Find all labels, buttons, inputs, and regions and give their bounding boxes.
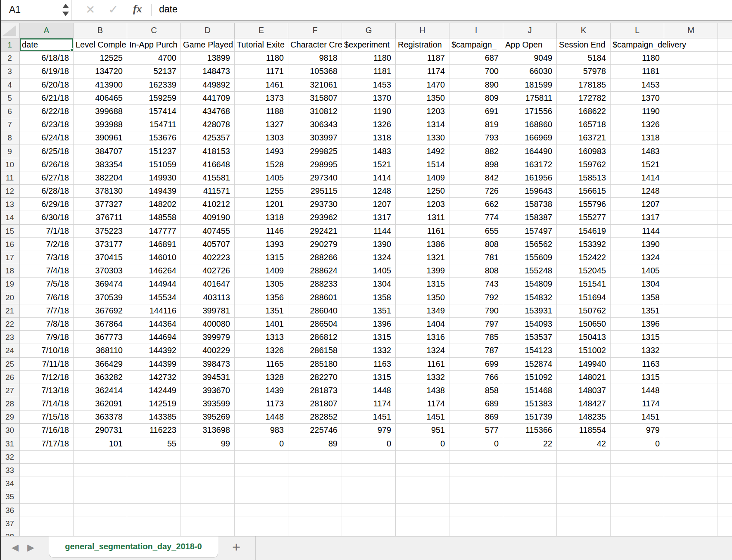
cell[interactable]: 1315 xyxy=(342,371,396,384)
cell[interactable]: 7/2/18 xyxy=(20,238,74,251)
cell[interactable]: 1174 xyxy=(611,397,664,411)
column-header-G[interactable]: G xyxy=(342,23,396,38)
cell[interactable] xyxy=(396,504,449,517)
cell[interactable] xyxy=(664,278,718,291)
cell[interactable] xyxy=(664,65,718,78)
cell[interactable]: App Open xyxy=(503,38,557,52)
cell[interactable]: Level Comple xyxy=(74,38,127,52)
cell[interactable] xyxy=(557,517,611,530)
cell[interactable]: 1171 xyxy=(235,65,288,78)
cell[interactable]: 362091 xyxy=(74,397,127,411)
cell[interactable]: 146264 xyxy=(127,264,181,278)
cell[interactable]: 416648 xyxy=(181,158,235,171)
cell[interactable]: 405707 xyxy=(181,238,235,251)
cell[interactable]: 7/8/18 xyxy=(20,318,74,331)
cell[interactable]: 1405 xyxy=(235,171,288,185)
cell[interactable]: 0 xyxy=(611,437,664,451)
cell[interactable]: 1326 xyxy=(342,118,396,131)
cell[interactable]: 6/26/18 xyxy=(20,158,74,171)
cell[interactable] xyxy=(664,411,718,424)
cell[interactable]: 315807 xyxy=(288,92,342,105)
row-header-22[interactable]: 22 xyxy=(0,318,20,331)
select-all-corner[interactable] xyxy=(0,23,20,38)
cell[interactable] xyxy=(235,451,288,464)
cell[interactable] xyxy=(127,517,181,530)
cell[interactable] xyxy=(449,504,503,517)
cell[interactable]: 161956 xyxy=(503,171,557,185)
cell[interactable]: 434768 xyxy=(181,105,235,118)
cell[interactable]: 1351 xyxy=(235,304,288,318)
cell[interactable]: 1451 xyxy=(342,411,396,424)
cell[interactable]: 1351 xyxy=(611,304,664,318)
cell[interactable]: 781 xyxy=(449,251,503,264)
cell[interactable] xyxy=(235,490,288,503)
cell[interactable] xyxy=(718,238,732,251)
cell[interactable] xyxy=(664,238,718,251)
column-header-B[interactable]: B xyxy=(74,23,127,38)
cell[interactable]: 52137 xyxy=(127,65,181,78)
cell[interactable]: 858 xyxy=(449,384,503,397)
cell[interactable]: 1311 xyxy=(396,211,449,224)
cell[interactable]: 151237 xyxy=(127,145,181,158)
cell[interactable]: 383354 xyxy=(74,158,127,171)
next-sheet-arrow-icon[interactable]: ▶ xyxy=(27,542,34,553)
cell[interactable] xyxy=(557,451,611,464)
cell[interactable] xyxy=(611,464,664,477)
cell[interactable]: 89 xyxy=(288,437,342,451)
cell[interactable]: 367864 xyxy=(74,318,127,331)
cell[interactable] xyxy=(127,530,181,536)
cell[interactable]: 1173 xyxy=(235,397,288,411)
cell[interactable]: 7/17/18 xyxy=(20,437,74,451)
cell[interactable]: 151694 xyxy=(557,291,611,304)
cell[interactable]: 1328 xyxy=(235,371,288,384)
cell[interactable]: 1492 xyxy=(396,145,449,158)
cell[interactable]: 303997 xyxy=(288,131,342,145)
cell[interactable]: 1180 xyxy=(611,52,664,65)
cell[interactable]: 1190 xyxy=(611,105,664,118)
cell[interactable]: 144944 xyxy=(127,278,181,291)
cell[interactable] xyxy=(718,145,732,158)
sheet-tab[interactable]: general_segmentation_day_2018-0 xyxy=(49,536,218,558)
cell[interactable] xyxy=(74,451,127,464)
cell[interactable]: 6/24/18 xyxy=(20,131,74,145)
cell[interactable]: 6/27/18 xyxy=(20,171,74,185)
cell[interactable]: 145534 xyxy=(127,291,181,304)
cell[interactable] xyxy=(127,464,181,477)
cell[interactable] xyxy=(127,490,181,503)
cell[interactable]: 1317 xyxy=(611,211,664,224)
cell[interactable]: 6/23/18 xyxy=(20,118,74,131)
cell[interactable] xyxy=(288,464,342,477)
cell[interactable] xyxy=(74,477,127,490)
prev-sheet-arrow-icon[interactable]: ◀ xyxy=(12,542,19,553)
row-header-19[interactable]: 19 xyxy=(0,278,20,291)
row-header-11[interactable]: 11 xyxy=(0,171,20,185)
cell[interactable]: 168622 xyxy=(557,105,611,118)
cell[interactable] xyxy=(718,185,732,198)
cell[interactable]: 1358 xyxy=(611,291,664,304)
cell[interactable]: 1370 xyxy=(611,92,664,105)
cell[interactable]: 1315 xyxy=(611,331,664,344)
cell[interactable]: 1326 xyxy=(611,118,664,131)
cell[interactable]: 152422 xyxy=(557,251,611,264)
cell[interactable]: 7/3/18 xyxy=(20,251,74,264)
cell[interactable]: 402726 xyxy=(181,264,235,278)
cell[interactable] xyxy=(718,291,732,304)
cell[interactable]: 1373 xyxy=(235,92,288,105)
cell[interactable] xyxy=(288,530,342,536)
cell[interactable] xyxy=(449,490,503,503)
cell[interactable]: 655 xyxy=(449,225,503,238)
cell[interactable]: 1144 xyxy=(611,225,664,238)
cell[interactable]: 9818 xyxy=(288,52,342,65)
cell[interactable]: 1370 xyxy=(342,92,396,105)
cell[interactable]: 295115 xyxy=(288,185,342,198)
cell[interactable]: 1521 xyxy=(611,158,664,171)
cell[interactable]: 0 xyxy=(342,437,396,451)
cell[interactable]: 163721 xyxy=(557,131,611,145)
cell[interactable] xyxy=(718,131,732,145)
cell[interactable]: 375223 xyxy=(74,225,127,238)
cell[interactable]: 370415 xyxy=(74,251,127,264)
cell[interactable]: 282270 xyxy=(288,371,342,384)
cell[interactable] xyxy=(664,185,718,198)
cell[interactable] xyxy=(664,331,718,344)
cell[interactable]: 951 xyxy=(396,424,449,437)
